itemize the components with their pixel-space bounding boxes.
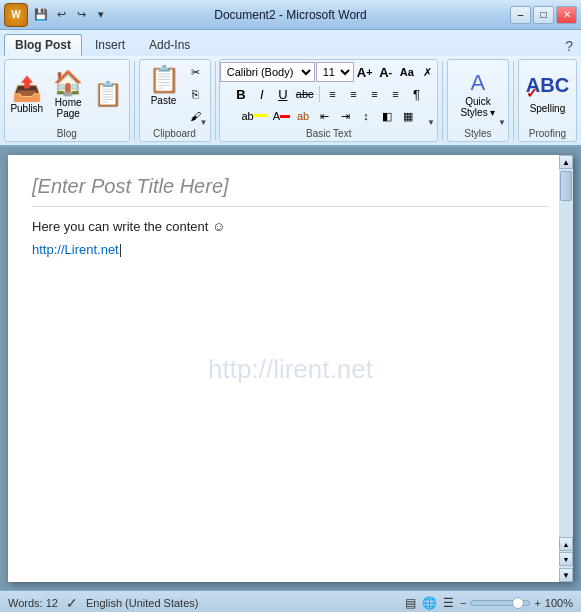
basic-text-content: Calibri (Body) 11 A+ A- Aa ✗ B I U abc	[224, 62, 433, 126]
document-title-placeholder[interactable]: [Enter Post Title Here]	[32, 175, 549, 207]
status-right: ▤ 🌐 ☰ − + 100%	[405, 596, 573, 610]
proofing-group: ABC ✓ Spelling Proofing	[518, 59, 577, 142]
quick-access-dropdown[interactable]: ▾	[92, 6, 110, 24]
publish-button[interactable]: 📤 Publish	[6, 73, 47, 116]
scroll-up-arrow[interactable]: ▲	[559, 155, 573, 169]
tab-blog-post[interactable]: Blog Post	[4, 34, 82, 56]
status-left: Words: 12 ✓ English (United States)	[8, 595, 198, 611]
window-controls: – □ ✕	[510, 6, 577, 24]
copy-button[interactable]: ⎘	[186, 84, 206, 104]
document-page[interactable]: [Enter Post Title Here] Here you can wri…	[8, 155, 573, 582]
help-button[interactable]: ?	[561, 36, 577, 56]
align-left-button[interactable]: ≡	[323, 84, 343, 104]
scroll-zoom-out[interactable]: ▼	[559, 552, 573, 566]
blog-extra-icon: 📋	[93, 80, 123, 108]
cut-button[interactable]: ✂	[186, 62, 206, 82]
home-page-label: HomePage	[55, 97, 82, 119]
status-bar: Words: 12 ✓ English (United States) ▤ 🌐 …	[0, 590, 581, 612]
blog-group: 📤 Publish 🏠 HomePage 📋 Blog	[4, 59, 130, 142]
sep1	[134, 61, 135, 140]
zoom-out-button[interactable]: −	[460, 597, 466, 609]
paste-label: Paste	[151, 95, 177, 106]
font-color-button[interactable]: A	[271, 106, 292, 126]
ribbon-body: 📤 Publish 🏠 HomePage 📋 Blog	[0, 56, 581, 145]
close-button[interactable]: ✕	[556, 6, 577, 24]
borders-button[interactable]: ▦	[398, 106, 418, 126]
change-case-button[interactable]: Aa	[397, 62, 417, 82]
view-web-button[interactable]: 🌐	[422, 596, 437, 610]
tab-insert[interactable]: Insert	[84, 34, 136, 56]
scroll-down-arrow[interactable]: ▼	[559, 568, 573, 582]
zoom-percent[interactable]: 100%	[545, 597, 573, 609]
publish-icon: 📤	[12, 75, 42, 103]
clipboard-group-label: Clipboard	[153, 126, 196, 139]
redo-button[interactable]: ↪	[72, 6, 90, 24]
line-spacing-button[interactable]: ↕	[356, 106, 376, 126]
styles-group: A QuickStyles ▾ Styles ▼	[447, 59, 509, 142]
spelling-button[interactable]: ABC ✓ Spelling	[522, 72, 573, 116]
undo-button[interactable]: ↩	[52, 6, 70, 24]
shading-button[interactable]: ◧	[377, 106, 397, 126]
document-link[interactable]: http://Lirent.net	[32, 242, 549, 257]
zoom-slider[interactable]	[470, 600, 530, 606]
basic-text-group: Calibri (Body) 11 A+ A- Aa ✗ B I U abc	[219, 59, 438, 142]
clipboard-expand-icon[interactable]: ▼	[200, 118, 208, 127]
show-hide-button[interactable]: ¶	[407, 84, 427, 104]
document-wrapper: [Enter Post Title Here] Here you can wri…	[0, 147, 581, 590]
grow-font-button[interactable]: A+	[355, 62, 375, 82]
document-content[interactable]: Here you can write the content ☺	[32, 219, 549, 234]
language[interactable]: English (United States)	[86, 597, 199, 609]
clipboard-group: 📋 Paste ✂ ⎘ 🖌 Clipboard ▼	[139, 59, 211, 142]
cut-icon: ✂	[191, 66, 200, 79]
highlight-button[interactable]: ab	[239, 106, 269, 126]
clear-format-button[interactable]: ✗	[418, 62, 438, 82]
text-effects-button[interactable]: ab	[293, 106, 313, 126]
italic-button[interactable]: I	[252, 84, 272, 104]
home-page-button[interactable]: 🏠 HomePage	[49, 67, 87, 121]
blog-group-label: Blog	[57, 126, 77, 139]
zoom-thumb[interactable]	[512, 597, 524, 609]
font-size-select[interactable]: 11	[316, 62, 354, 82]
scroll-zoom-in[interactable]: ▲	[559, 537, 573, 551]
view-outline-button[interactable]: ☰	[443, 596, 454, 610]
maximize-button[interactable]: □	[533, 6, 554, 24]
spelling-label: Spelling	[530, 103, 566, 114]
view-normal-button[interactable]: ▤	[405, 596, 416, 610]
styles-group-label: Styles	[464, 126, 491, 139]
underline-button[interactable]: U	[273, 84, 293, 104]
align-right-button[interactable]: ≡	[365, 84, 385, 104]
save-button[interactable]: 💾	[32, 6, 50, 24]
link-text[interactable]: http://Lirent.net	[32, 242, 119, 257]
watermark: http://lirent.net	[208, 353, 373, 384]
tab-add-ins[interactable]: Add-Ins	[138, 34, 201, 56]
zoom-control: − + 100%	[460, 597, 573, 609]
indent-decrease-button[interactable]: ⇤	[314, 106, 334, 126]
styles-expand-icon[interactable]: ▼	[498, 118, 506, 127]
bold-button[interactable]: B	[231, 84, 251, 104]
zoom-in-button[interactable]: +	[534, 597, 540, 609]
proofing-group-label: Proofing	[529, 126, 566, 139]
quick-styles-button[interactable]: A QuickStyles ▾	[456, 68, 499, 120]
word-count[interactable]: Words: 12	[8, 597, 58, 609]
align-center-button[interactable]: ≡	[344, 84, 364, 104]
spelling-icon: ABC ✓	[526, 74, 569, 97]
office-button[interactable]: W	[4, 3, 28, 27]
scroll-thumb[interactable]	[560, 171, 572, 201]
quick-styles-label: QuickStyles ▾	[460, 96, 495, 118]
spell-check-icon[interactable]: ✓	[66, 595, 78, 611]
strikethrough-button[interactable]: abc	[294, 84, 316, 104]
scrollbar[interactable]: ▲ ▲ ▼ ▼	[559, 155, 573, 582]
basic-text-expand-icon[interactable]: ▼	[427, 118, 435, 127]
sep4	[513, 61, 514, 140]
minimize-button[interactable]: –	[510, 6, 531, 24]
font-family-select[interactable]: Calibri (Body)	[220, 62, 315, 82]
clipboard-group-content: 📋 Paste ✂ ⎘ 🖌	[144, 62, 206, 126]
paste-area: 📋 Paste	[144, 62, 184, 108]
proofing-group-content: ABC ✓ Spelling	[522, 62, 573, 126]
shrink-font-button[interactable]: A-	[376, 62, 396, 82]
blog-extra-button[interactable]: 📋	[89, 78, 127, 110]
paste-button[interactable]: 📋 Paste	[144, 62, 184, 108]
indent-increase-button[interactable]: ⇥	[335, 106, 355, 126]
blog-group-content: 📤 Publish 🏠 HomePage 📋	[6, 62, 127, 126]
justify-button[interactable]: ≡	[386, 84, 406, 104]
